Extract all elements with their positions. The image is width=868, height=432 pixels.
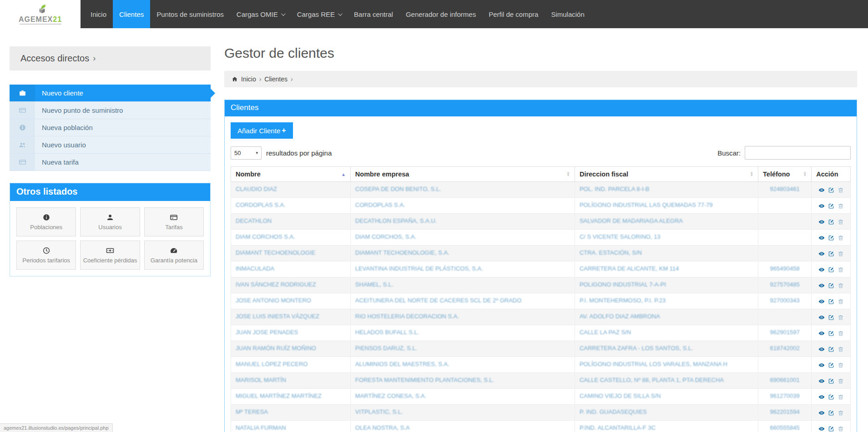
- edit-button[interactable]: [828, 235, 834, 241]
- brand-logo[interactable]: AGEMEX21: [0, 0, 81, 28]
- view-button[interactable]: [818, 346, 825, 352]
- nav-item-simulacion[interactable]: Simulación: [545, 0, 590, 28]
- view-button[interactable]: [818, 330, 825, 337]
- phone-link[interactable]: 927000343: [770, 297, 800, 304]
- sidebar-item-nueva-tarifa[interactable]: Nueva tarifa: [10, 154, 211, 171]
- client-name-link[interactable]: INMACULADA: [236, 265, 274, 272]
- breadcrumb-item-clientes[interactable]: Clientes: [264, 75, 288, 83]
- view-button[interactable]: [818, 426, 825, 432]
- edit-button[interactable]: [828, 282, 834, 289]
- phone-link[interactable]: 961270039: [770, 392, 800, 399]
- client-name-link[interactable]: MANUEL LÓPEZ PECERO: [236, 361, 308, 367]
- edit-button[interactable]: [828, 426, 834, 432]
- edit-button[interactable]: [828, 251, 834, 257]
- client-name-link[interactable]: DIAMANT TECHOENOLOGIE: [236, 249, 315, 256]
- delete-button[interactable]: [838, 219, 844, 225]
- edit-button[interactable]: [828, 314, 834, 321]
- address-link[interactable]: CALLE LA PAZ S/N: [580, 329, 631, 336]
- edit-button[interactable]: [828, 378, 834, 384]
- search-input[interactable]: [745, 146, 851, 160]
- view-button[interactable]: [818, 266, 825, 273]
- nav-item-generador-de-informes[interactable]: Generador de informes: [399, 0, 482, 28]
- company-name-link[interactable]: MARTÍNEZ CONESA, S.A.: [355, 392, 427, 399]
- company-name-link[interactable]: COSEPA DE DON BENITO, S.L.: [355, 186, 441, 192]
- sidebar-item-nuevo-cliente[interactable]: Nuevo cliente: [10, 85, 211, 102]
- view-button[interactable]: [818, 219, 825, 225]
- client-name-link[interactable]: JOSE ANTONIO MONTERO: [236, 297, 311, 304]
- company-name-link[interactable]: VITPLASTIC, S.L.: [355, 408, 403, 415]
- add-client-button[interactable]: Añadir Cliente +: [231, 122, 293, 139]
- phone-link[interactable]: 962901597: [770, 329, 800, 336]
- view-button[interactable]: [818, 235, 825, 241]
- nav-item-cargas-ree[interactable]: Cargas REE: [291, 0, 348, 28]
- company-name-link[interactable]: OLEA NOSTRA, S.A: [355, 424, 410, 431]
- view-button[interactable]: [818, 187, 825, 193]
- company-name-link[interactable]: DIAM CORCHOS, S.A.: [355, 233, 416, 240]
- edit-button[interactable]: [828, 203, 834, 209]
- company-name-link[interactable]: ACEITUNERA DEL NORTE DE CACERES SCL DE 2…: [355, 297, 521, 304]
- client-name-link[interactable]: MIGUEL MARTÍNEZ MARTÍNEZ: [236, 392, 322, 399]
- other-list-button-periodos-tarifarios[interactable]: Periodos tarifarios: [16, 241, 76, 270]
- column-header-nombre[interactable]: Nombre▲: [231, 167, 351, 182]
- nav-item-puntos-de-suministros[interactable]: Puntos de suministros: [150, 0, 230, 28]
- client-name-link[interactable]: Mª TERESA: [236, 408, 268, 415]
- address-link[interactable]: AV. ADOLFO DIAZ AMBRONA: [580, 313, 660, 320]
- address-link[interactable]: P.IND. ALCANTARILLA-F 3C: [580, 424, 656, 431]
- phone-link[interactable]: 924803461: [770, 186, 800, 192]
- company-name-link[interactable]: PIENSOS DARUZ, S.L.: [355, 345, 418, 352]
- delete-button[interactable]: [838, 410, 844, 416]
- edit-button[interactable]: [828, 187, 834, 193]
- other-list-button-coeficiente-perdidas[interactable]: Coeficiente pérdidas: [80, 241, 140, 270]
- nav-item-cargas-omie[interactable]: Cargas OMIE: [230, 0, 291, 28]
- client-name-link[interactable]: JUAN JOSE PENADES: [236, 329, 298, 336]
- column-header-nombre-empresa[interactable]: Nombre empresa▲▼: [350, 167, 575, 182]
- shortcuts-header[interactable]: Accesos directos ›: [10, 46, 211, 70]
- phone-link[interactable]: 927570485: [770, 281, 800, 288]
- delete-button[interactable]: [838, 426, 844, 432]
- view-button[interactable]: [818, 203, 825, 209]
- company-name-link[interactable]: HELADOS BUFALL S.L.: [355, 329, 419, 336]
- delete-button[interactable]: [838, 330, 844, 337]
- page-size-select[interactable]: 50 ▾: [231, 146, 262, 160]
- address-link[interactable]: P.I. MONTEHERMOSO, P.I. P.23: [580, 297, 666, 304]
- client-name-link[interactable]: IVAN SÁNCHEZ RODRIGUEZ: [236, 281, 316, 288]
- delete-button[interactable]: [838, 282, 844, 289]
- address-link[interactable]: P. IND. GUADASEQUIES: [580, 408, 647, 415]
- address-link[interactable]: POL. IND. PARCELA 8-I-B: [580, 186, 650, 192]
- address-link[interactable]: CALLE CASTELLO, Nº 88, PLANTA 1, PTA DER…: [580, 377, 724, 383]
- address-link[interactable]: POLIGONO INDUSTRIAL 7-A-PI: [580, 281, 666, 288]
- delete-button[interactable]: [838, 235, 844, 241]
- company-name-link[interactable]: DECATHLON ESPAÑA, S.A.U.: [355, 217, 437, 224]
- company-name-link[interactable]: DIAMANT TECHOENOLOGIE, S.A.: [355, 249, 449, 256]
- client-name-link[interactable]: NATALIA FURMAN: [236, 424, 286, 431]
- phone-link[interactable]: 690661001: [770, 377, 800, 383]
- delete-button[interactable]: [838, 203, 844, 209]
- view-button[interactable]: [818, 394, 825, 400]
- edit-button[interactable]: [828, 298, 834, 305]
- sidebar-item-nueva-poblacion[interactable]: Nueva población: [10, 119, 211, 136]
- nav-item-inicio[interactable]: Inicio: [84, 0, 113, 28]
- address-link[interactable]: CARRETERA ZAFRA - LOS SANTOS, S.L.: [580, 345, 693, 352]
- edit-button[interactable]: [828, 266, 834, 273]
- client-name-link[interactable]: DECATHLON: [236, 217, 272, 224]
- view-button[interactable]: [818, 298, 825, 305]
- phone-link[interactable]: 618742002: [770, 345, 800, 352]
- nav-item-perfil-de-compra[interactable]: Perfil de compra: [482, 0, 545, 28]
- delete-button[interactable]: [838, 394, 844, 400]
- address-link[interactable]: SALVADOR DE MADARIAGA ALEGRA: [580, 217, 683, 224]
- sidebar-item-nuevo-punto-de-suministro[interactable]: Nuevo punto de suministro: [10, 102, 211, 119]
- address-link[interactable]: POLÍGONO INDUSTRIAL LAS QUEMADAS 77-79: [580, 201, 713, 208]
- nav-item-clientes[interactable]: Clientes: [113, 0, 150, 28]
- address-link[interactable]: POLÍGONO INDUSTRIAL LOS VARALES, MANZANA…: [580, 361, 727, 367]
- client-name-link[interactable]: JUAN RAMÓN RUÍZ MOÑINO: [236, 345, 316, 352]
- client-name-link[interactable]: CORDOPLAS S.A.: [236, 201, 286, 208]
- company-name-link[interactable]: SHAMEL, S.L.: [355, 281, 394, 288]
- view-button[interactable]: [818, 410, 825, 416]
- edit-button[interactable]: [828, 346, 834, 352]
- phone-link[interactable]: 660555845: [770, 424, 800, 431]
- address-link[interactable]: CTRA. ESTACIÓN, S/N: [580, 249, 642, 256]
- view-button[interactable]: [818, 251, 825, 257]
- company-name-link[interactable]: CORDOPLAS S.A.: [355, 201, 405, 208]
- breadcrumb-item-inicio[interactable]: Inicio: [241, 75, 256, 83]
- company-name-link[interactable]: ALUMINIOS DEL MAESTRES, S.A.: [355, 361, 449, 367]
